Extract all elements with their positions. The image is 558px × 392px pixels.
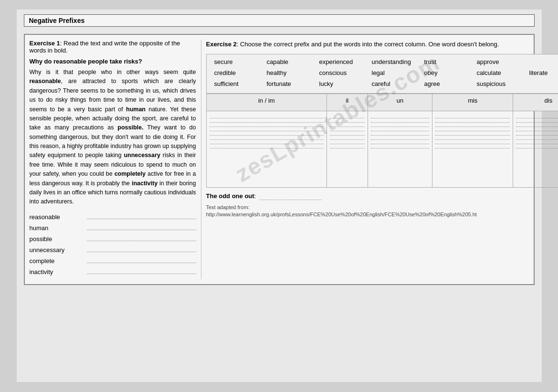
right-panel: Exercise 2: Choose the correct prefix an…: [206, 40, 558, 279]
word-bank-row-1: secure capable experienced understanding…: [211, 57, 558, 66]
wb-calculate: calculate: [474, 68, 526, 77]
passage-body: Why is it that people who in other ways …: [30, 68, 196, 207]
prefix-table: in / im il un mis dis: [206, 94, 558, 188]
wb-approve: approve: [474, 57, 526, 66]
wb-credible: credible: [211, 68, 264, 77]
prefix-header-mis: mis: [432, 94, 513, 111]
prefix-cell-mis[interactable]: [432, 111, 513, 187]
wb-agree: agree: [421, 79, 474, 88]
fill-dots-4: [87, 252, 196, 252]
odd-one-out-label: The odd one out: [206, 192, 254, 200]
wb-suspicious: suspicious: [474, 79, 526, 88]
passage-title: Why do reasonable people take risks?: [30, 58, 196, 65]
wb-literate: literate: [526, 68, 558, 77]
wb-fortunate: fortunate: [264, 79, 316, 88]
exercise1-header: Exercise 1: Read the text and write the …: [30, 40, 196, 54]
fill-row: complete: [30, 257, 196, 265]
wb-capable: capable: [264, 57, 316, 66]
fill-word-5: complete: [30, 257, 87, 265]
main-content: Exercise 1: Read the text and write the …: [24, 34, 535, 285]
fill-dots-2: [87, 230, 196, 230]
word-bank: secure capable experienced understanding…: [206, 54, 558, 94]
wb-conscious: conscious: [316, 68, 369, 77]
exercise1-label: Exercise 1: [30, 40, 60, 47]
prefix-header-un: un: [368, 94, 432, 111]
wb-experienced: experienced: [316, 57, 369, 66]
page-title: Negative Prefixes: [24, 14, 535, 27]
exercise2-instructions: : Choose the correct prefix and put the …: [237, 41, 499, 48]
prefix-header-il: il: [327, 94, 368, 111]
fill-row: human: [30, 224, 196, 232]
wb-legal: legal: [369, 68, 421, 77]
wb-sufficient: sufficient: [211, 79, 264, 88]
fill-word-4: unnecessary: [30, 246, 87, 254]
wb-secure: secure: [211, 57, 264, 66]
fill-row: inactivity: [30, 268, 196, 275]
prefix-cell-il[interactable]: [327, 111, 368, 187]
odd-one-out: The odd one out:: [206, 192, 558, 200]
fill-row: unnecessary: [30, 246, 196, 254]
prefix-header-dis: dis: [513, 94, 558, 111]
odd-one-out-answer[interactable]: [260, 192, 322, 200]
exercise2-header: Exercise 2: Choose the correct prefix an…: [206, 40, 558, 49]
wb-lucky: lucky: [316, 79, 369, 88]
wb-obey: obey: [421, 68, 474, 77]
wb-healthy: healthy: [264, 68, 316, 77]
word-bank-row-3: sufficient fortunate lucky careful agree…: [211, 79, 558, 88]
fill-table: reasonable human possible unnecessary co…: [30, 213, 196, 275]
fill-word-3: possible: [30, 235, 87, 243]
left-panel: Exercise 1: Read the text and write the …: [30, 40, 201, 279]
fill-row: reasonable: [30, 213, 196, 221]
prefix-cell-dis[interactable]: [513, 111, 558, 187]
exercise2-label: Exercise 2: [206, 41, 237, 48]
word-bank-row-2: credible healthy conscious legal obey ca…: [211, 68, 558, 77]
fill-word-1: reasonable: [30, 213, 87, 221]
source-text: Text adapted from: http://www.learnengli…: [206, 204, 558, 219]
wb-trust: trust: [421, 57, 474, 66]
fill-dots-6: [87, 274, 196, 274]
fill-dots-3: [87, 241, 196, 241]
source-label: Text adapted from:: [206, 204, 250, 210]
fill-word-6: inactivity: [30, 268, 87, 275]
wb-careful: careful: [369, 79, 421, 88]
source-url: http://www.learnenglish.org.uk/profsLess…: [206, 212, 477, 217]
prefix-header-inim: in / im: [206, 94, 327, 111]
page: zesLprintables.com Negative Prefixes Exe…: [17, 10, 542, 382]
prefix-cell-inim[interactable]: [206, 111, 327, 187]
fill-dots-5: [87, 263, 196, 263]
fill-row: possible: [30, 235, 196, 243]
wb-understanding: understanding: [369, 57, 421, 66]
prefix-cell-un[interactable]: [368, 111, 432, 187]
fill-dots-1: [87, 219, 196, 219]
fill-word-2: human: [30, 224, 87, 232]
